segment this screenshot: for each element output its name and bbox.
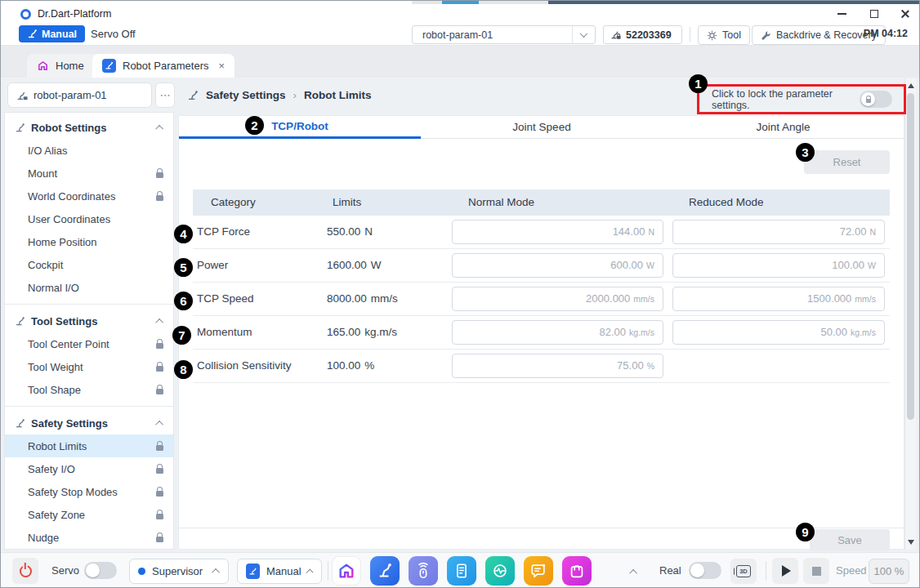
bottombar-divider bbox=[766, 561, 766, 581]
operation-mode-select[interactable]: Manual bbox=[237, 559, 322, 584]
tab-robot-parameters[interactable]: Robot Parameters × bbox=[92, 54, 234, 78]
sim-3d-button[interactable]: 3D bbox=[730, 559, 757, 584]
sidebar-item-safety-io[interactable]: Safety I/O bbox=[5, 457, 173, 480]
servo-toggle[interactable] bbox=[84, 562, 117, 579]
main-panel: TCP/Robot Joint Speed Joint Angle Reset … bbox=[178, 115, 904, 550]
servo-status: Servo Off bbox=[91, 28, 136, 40]
real-sim-toggle[interactable] bbox=[689, 562, 721, 579]
close-icon bbox=[900, 9, 910, 19]
limit-value: 165.00 bbox=[327, 326, 360, 338]
document-app-icon[interactable] bbox=[447, 556, 476, 586]
minimize-icon bbox=[837, 13, 846, 15]
robot-app-icon[interactable] bbox=[370, 556, 400, 586]
stop-icon bbox=[812, 567, 821, 576]
chat-app-icon[interactable] bbox=[524, 556, 553, 586]
sidebar-item-robot-limits[interactable]: Robot Limits bbox=[5, 434, 173, 457]
speed-value-field[interactable]: 100 % bbox=[869, 559, 909, 584]
mode-badge-label: Manual bbox=[42, 29, 77, 40]
lock-icon bbox=[156, 537, 163, 542]
param-file-select[interactable]: robot-param-01 bbox=[412, 25, 596, 44]
lock-icon bbox=[156, 195, 163, 201]
reset-button[interactable]: Reset bbox=[804, 150, 890, 174]
sidebar-item-nudge[interactable]: Nudge bbox=[5, 526, 173, 549]
robot-serial[interactable]: 52203369 bbox=[603, 25, 682, 44]
maximize-button[interactable] bbox=[862, 4, 887, 24]
lock-icon bbox=[156, 366, 163, 372]
tab-robot-parameters-close-icon[interactable]: × bbox=[219, 60, 226, 71]
reduced-mode-input[interactable]: 1500.000mm/s bbox=[672, 287, 885, 311]
annotation-badge-5: 5 bbox=[174, 258, 193, 277]
tool-button[interactable]: Tool bbox=[698, 25, 750, 45]
minimize-button[interactable] bbox=[829, 4, 854, 24]
store-app-icon[interactable] bbox=[562, 556, 592, 586]
stop-button[interactable] bbox=[803, 558, 829, 584]
sidebar-item-safety-stop-modes[interactable]: Safety Stop Modes bbox=[5, 480, 173, 503]
home-app-icon[interactable] bbox=[332, 556, 361, 586]
sidebar-section-header[interactable]: Tool Settings bbox=[5, 310, 173, 332]
input-value: 100.00 bbox=[832, 254, 864, 277]
annotation-badge-9: 9 bbox=[796, 523, 815, 541]
scroll-down-icon[interactable] bbox=[908, 540, 914, 545]
annotation-badge-6: 6 bbox=[174, 292, 193, 310]
power-button[interactable] bbox=[12, 558, 38, 584]
sidebar-more-button[interactable]: ⋯ bbox=[155, 82, 175, 108]
normal-mode-input[interactable]: 75.00% bbox=[452, 354, 663, 378]
input-value: 600.00 bbox=[610, 254, 643, 277]
sidebar-section-header[interactable]: Robot Settings bbox=[5, 116, 173, 139]
normal-mode-input[interactable]: 2000.000mm/s bbox=[452, 287, 663, 311]
sidebar-item-tool-weight[interactable]: Tool Weight bbox=[5, 355, 173, 378]
table-header: Category Limits Normal Mode Reduced Mode bbox=[193, 189, 890, 216]
input-unit: kg.m/s bbox=[629, 327, 654, 337]
row-category: Momentum bbox=[197, 326, 252, 338]
sidebar-section-tool-settings: Tool Settings Tool Center Point Tool Wei… bbox=[5, 304, 173, 406]
sidebar-param-name-field[interactable]: robot-param-01 bbox=[7, 82, 152, 108]
sidebar-item-world-coordinates[interactable]: World Coordinates bbox=[5, 185, 173, 207]
remote-app-icon[interactable] bbox=[409, 556, 438, 586]
normal-mode-input[interactable]: 82.00kg.m/s bbox=[452, 320, 663, 345]
sidebar-item-home-position[interactable]: Home Position bbox=[5, 230, 173, 253]
column-header-normal-mode: Normal Mode bbox=[468, 196, 534, 208]
save-button[interactable]: Save bbox=[810, 529, 890, 551]
tab-label: Joint Speed bbox=[512, 121, 570, 133]
tab-joint-angle[interactable]: Joint Angle bbox=[663, 116, 904, 139]
tab-tcp-robot[interactable]: TCP/Robot bbox=[179, 116, 421, 139]
toggle-knob bbox=[86, 564, 100, 577]
app-logo-icon bbox=[20, 9, 31, 20]
toolbar-divider bbox=[690, 27, 690, 42]
home-icon bbox=[37, 60, 49, 72]
sidebar-item-safety-zone[interactable]: Safety Zone bbox=[5, 503, 173, 526]
role-select[interactable]: Supervisor bbox=[129, 559, 229, 584]
sidebar-section-header[interactable]: Safety Settings bbox=[5, 412, 173, 434]
sidebar-item-user-coordinates[interactable]: User Coordinates bbox=[5, 207, 173, 230]
tab-label: Joint Angle bbox=[756, 121, 810, 133]
row-limit: 8000.00mm/s bbox=[327, 292, 398, 305]
backdrive-button-label: Backdrive & Recovery bbox=[776, 29, 877, 41]
normal-mode-input[interactable]: 144.00N bbox=[452, 220, 663, 244]
tab-joint-speed[interactable]: Joint Speed bbox=[421, 116, 663, 139]
reduced-mode-input[interactable]: 50.00kg.m/s bbox=[672, 320, 885, 345]
annotation-badge-4: 4 bbox=[174, 225, 193, 243]
limit-value: 100.00 bbox=[327, 359, 360, 372]
mode-badge[interactable]: Manual bbox=[19, 25, 85, 42]
robot-icon bbox=[15, 316, 25, 327]
sidebar-item-io-alias[interactable]: I/O Alias bbox=[5, 139, 173, 162]
normal-mode-input[interactable]: 600.00W bbox=[452, 253, 663, 278]
scroll-up-icon[interactable] bbox=[908, 83, 914, 88]
sidebar-item-tool-shape[interactable]: Tool Shape bbox=[5, 378, 173, 401]
column-header-reduced-mode: Reduced Mode bbox=[689, 196, 764, 208]
reduced-mode-input[interactable]: 72.00N bbox=[672, 220, 885, 244]
item-label: Normal I/O bbox=[28, 282, 163, 294]
dock-collapse-chevron-icon[interactable] bbox=[629, 569, 637, 577]
vertical-scrollbar[interactable] bbox=[904, 78, 916, 550]
monitor-app-icon[interactable] bbox=[485, 556, 515, 586]
sidebar-item-normal-io[interactable]: Normal I/O bbox=[5, 276, 173, 299]
reduced-mode-input[interactable]: 100.00W bbox=[672, 253, 885, 278]
sidebar-item-tool-center-point[interactable]: Tool Center Point bbox=[5, 332, 173, 355]
close-button[interactable] bbox=[893, 4, 918, 24]
scrollbar-thumb[interactable] bbox=[907, 93, 914, 420]
sidebar-item-mount[interactable]: Mount bbox=[5, 162, 173, 185]
play-button[interactable] bbox=[772, 558, 798, 584]
sidebar-item-cockpit[interactable]: Cockpit bbox=[5, 253, 173, 276]
clock: PM 04:12 bbox=[864, 28, 908, 39]
parameter-lock-toggle[interactable] bbox=[860, 91, 892, 108]
